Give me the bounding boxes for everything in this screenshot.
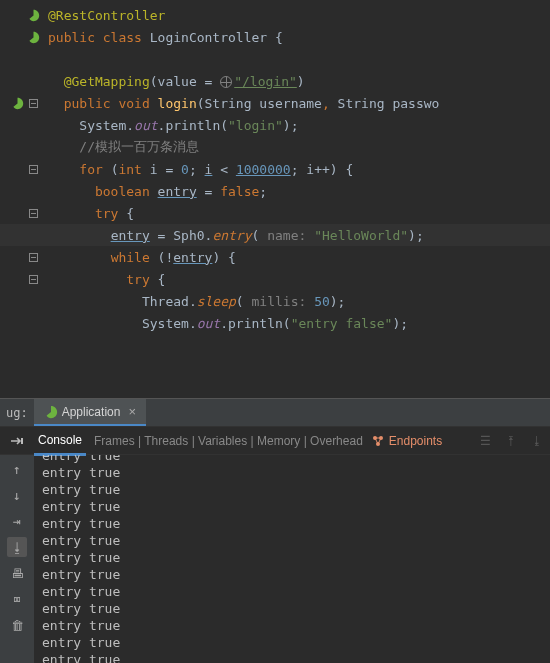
layout-icon[interactable]: ☰ (476, 432, 494, 450)
code-editor[interactable]: @RestControllerpublic class LoginControl… (0, 0, 550, 398)
code-text[interactable]: public class LoginController { (44, 30, 550, 45)
gutter[interactable] (0, 30, 44, 44)
spring-leaf-icon (10, 96, 24, 110)
console-gutter: ↑ ↓ ⇥ ⭳ 🖶 ⌧ 🗑 (0, 455, 34, 663)
console-line: entry true (42, 549, 542, 566)
code-text[interactable]: //模拟一百万条消息 (44, 138, 550, 156)
soft-wrap-icon[interactable]: ⇥ (7, 511, 27, 531)
endpoints-icon (371, 434, 385, 448)
close-icon[interactable]: × (128, 404, 136, 419)
print-icon[interactable]: 🖶 (7, 563, 27, 583)
gutter[interactable] (0, 8, 44, 22)
fold-minus-icon[interactable] (26, 206, 40, 220)
endpoints-label: Endpoints (389, 434, 442, 448)
code-text[interactable]: while (!entry) { (44, 250, 550, 265)
console-output[interactable]: entry trueentry trueentry trueentry true… (34, 455, 550, 663)
console-line: entry true (42, 600, 542, 617)
endpoints-tab[interactable]: Endpoints (371, 434, 442, 448)
console-line: entry true (42, 583, 542, 600)
code-line[interactable]: System.out.println("login"); (0, 114, 550, 136)
console-line: entry true (42, 634, 542, 651)
code-line[interactable]: public class LoginController { (0, 26, 550, 48)
code-text[interactable]: entry = Sph0.entry( name: "HelloWorld"); (44, 228, 550, 243)
debug-panel: ug: Application × Console Frames | Threa… (0, 398, 550, 663)
debug-tab-row: ug: Application × (0, 399, 550, 427)
gutter[interactable] (0, 272, 44, 286)
console-line: entry true (42, 532, 542, 549)
code-text[interactable]: for (int i = 0; i < 1000000; i++) { (44, 162, 550, 177)
spring-leaf-icon (26, 8, 40, 22)
code-line[interactable]: boolean entry = false; (0, 180, 550, 202)
gutter[interactable] (0, 96, 44, 110)
fold-minus-icon[interactable] (26, 162, 40, 176)
download-icon[interactable]: ⭳ (528, 432, 546, 450)
console-tab[interactable]: Console (34, 429, 86, 456)
console-line: entry true (42, 566, 542, 583)
code-text[interactable]: @RestController (44, 8, 550, 23)
svg-rect-10 (21, 438, 23, 444)
code-line[interactable]: while (!entry) { (0, 246, 550, 268)
code-text[interactable]: public void login(String username, Strin… (44, 96, 550, 111)
gutter[interactable] (0, 162, 44, 176)
scroll-end-icon[interactable]: ⭳ (7, 537, 27, 557)
console-line: entry true (42, 515, 542, 532)
code-text[interactable]: boolean entry = false; (44, 184, 550, 199)
debug-run-config-tab[interactable]: Application × (34, 399, 146, 426)
code-line[interactable]: //模拟一百万条消息 (0, 136, 550, 158)
fold-minus-icon[interactable] (26, 250, 40, 264)
console-line: entry true (42, 617, 542, 634)
gutter[interactable] (0, 206, 44, 220)
console-line: entry true (42, 464, 542, 481)
code-text[interactable]: try { (44, 272, 550, 287)
debug-tab-label: Application (62, 405, 121, 419)
spring-leaf-icon (26, 30, 40, 44)
code-line[interactable]: public void login(String username, Strin… (0, 92, 550, 114)
code-line[interactable]: try { (0, 202, 550, 224)
code-line[interactable]: @GetMapping(value = "/login") (0, 70, 550, 92)
code-line[interactable]: System.out.println("entry false"); (0, 312, 550, 334)
export-icon[interactable]: ⭱ (502, 432, 520, 450)
code-line[interactable]: try { (0, 268, 550, 290)
code-text[interactable]: System.out.println("entry false"); (44, 316, 550, 331)
code-text[interactable]: Thread.sleep( millis: 50); (44, 294, 550, 309)
code-line[interactable]: Thread.sleep( millis: 50); (0, 290, 550, 312)
code-text[interactable]: try { (44, 206, 550, 221)
code-text[interactable]: System.out.println("login"); (44, 118, 550, 133)
code-line[interactable]: @RestController (0, 4, 550, 26)
fold-minus-icon[interactable] (26, 96, 40, 110)
console-line: entry true (42, 481, 542, 498)
debug-views[interactable]: Frames | Threads | Variables | Memory | … (94, 434, 363, 448)
clear-icon[interactable]: ⌧ (7, 589, 27, 609)
code-line[interactable]: for (int i = 0; i < 1000000; i++) { (0, 158, 550, 180)
spring-leaf-icon (44, 405, 58, 419)
debug-tool-row: Console Frames | Threads | Variables | M… (0, 427, 550, 455)
gutter[interactable] (0, 250, 44, 264)
console-line: entry true (42, 651, 542, 663)
console-body: ↑ ↓ ⇥ ⭳ 🖶 ⌧ 🗑 entry trueentry trueentry … (0, 455, 550, 663)
globe-icon (220, 76, 232, 88)
console-line: entry true (42, 455, 542, 464)
code-line[interactable]: entry = Sph0.entry( name: "HelloWorld"); (0, 224, 550, 246)
fold-minus-icon[interactable] (26, 272, 40, 286)
code-text[interactable]: @GetMapping(value = "/login") (44, 74, 550, 89)
console-line: entry true (42, 498, 542, 515)
up-arrow-icon[interactable]: ↑ (7, 459, 27, 479)
down-arrow-icon[interactable]: ↓ (7, 485, 27, 505)
trash-icon[interactable]: 🗑 (7, 615, 27, 635)
code-line[interactable] (0, 48, 550, 70)
step-over-icon[interactable] (8, 432, 26, 450)
debug-label: ug: (0, 406, 34, 420)
